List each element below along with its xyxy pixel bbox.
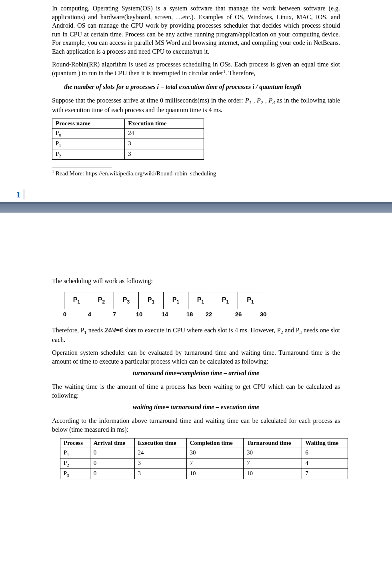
scheduling-intro: The scheduling will work as following: <box>52 277 340 286</box>
page-gap <box>0 204 392 213</box>
turnaround-formula: turnaround time=completion time – arriva… <box>52 370 340 377</box>
gantt-tick: 26 <box>235 311 242 318</box>
table-row: P1 3 <box>52 139 204 149</box>
results-intro: According to the information above turna… <box>52 416 340 434</box>
col-process: Process <box>60 438 90 448</box>
suppose-text-a: Suppose that the processes arrive at tim… <box>52 97 245 104</box>
gantt-tick: 10 <box>136 311 143 318</box>
col-execution-time: Execution time <box>125 119 204 129</box>
footnote-1: 1 Read More: https://en.wikipedia.org/wi… <box>52 169 340 177</box>
intro-paragraph-2: Round-Robin(RR) algorithm is used as pro… <box>52 60 340 78</box>
page-number-bar: 1 <box>0 187 392 204</box>
table-row: P1 0 24 30 30 6 <box>60 448 348 458</box>
gantt-cell: P1 <box>188 292 213 309</box>
table-row: P0 24 <box>52 129 204 139</box>
turnaround-desc: Operation system scheduler can be evalua… <box>52 348 340 366</box>
gantt-cell: P1 <box>64 292 89 309</box>
col-exec: Execution time <box>134 438 186 448</box>
gantt-cell: P1 <box>139 292 164 309</box>
footnote-link[interactable]: https://en.wikipedia.org/wiki/Round-robi… <box>86 170 216 177</box>
col-process-name: Process name <box>52 119 125 129</box>
waiting-formula: waiting time= turnaround time – executio… <box>52 404 340 411</box>
gantt-tick: 7 <box>113 311 116 318</box>
page-number: 1 <box>16 189 24 199</box>
process-exec-table: Process name Execution time P0 24 P1 3 P… <box>52 119 204 160</box>
col-wait: Waiting time <box>302 438 348 448</box>
process-list: P1 , P2 , P3 <box>245 97 275 104</box>
rr-paragraph-text-a: Round-Robin(RR) algorithm is used as pro… <box>52 61 340 77</box>
gantt-chart-wrapper: P1P2P3P1P1P1P1P1 047101418222630 <box>64 292 340 320</box>
rr-paragraph-text-b: . Therefore, <box>226 70 256 76</box>
table-row: P3 0 3 10 10 7 <box>60 468 348 479</box>
table-row: P2 3 <box>52 149 204 160</box>
page-2: The scheduling will work as following: P… <box>0 213 392 491</box>
gantt-cell: P1 <box>164 292 188 309</box>
table-row: P2 0 3 7 7 4 <box>60 458 348 468</box>
gantt-cell: P2 <box>89 292 114 309</box>
gantt-chart: P1P2P3P1P1P1P1P1 <box>64 292 263 309</box>
waiting-desc: The waiting time is the amount of time a… <box>52 382 340 400</box>
gantt-ticks: 047101418222630 <box>64 311 268 320</box>
gantt-tick: 14 <box>162 311 168 318</box>
gantt-tick: 22 <box>206 311 212 318</box>
footnote-separator <box>52 167 112 167</box>
gantt-tick: 18 <box>186 311 193 318</box>
gantt-cell: P1 <box>238 292 263 309</box>
col-complete: Completion time <box>186 438 243 448</box>
gantt-cell: P3 <box>114 292 139 309</box>
intro-paragraph-1: In computing, Operating System(OS) is a … <box>52 4 340 56</box>
gantt-tick: 0 <box>63 311 66 318</box>
gantt-tick: 30 <box>260 311 267 318</box>
col-arrival: Arrival time <box>90 438 134 448</box>
page-1: In computing, Operating System(OS) is a … <box>0 4 392 187</box>
gantt-cell: P1 <box>213 292 238 309</box>
slots-explanation: Therefore, P1 needs 24/4=6 slots to exec… <box>52 326 340 344</box>
slots-formula: the number of slots for a processes i = … <box>64 83 340 90</box>
results-table: Process Arrival time Execution time Comp… <box>60 438 348 479</box>
gantt-tick: 4 <box>88 311 91 318</box>
suppose-paragraph: Suppose that the processes arrive at tim… <box>52 96 340 115</box>
col-turn: Turnaround time <box>243 438 302 448</box>
